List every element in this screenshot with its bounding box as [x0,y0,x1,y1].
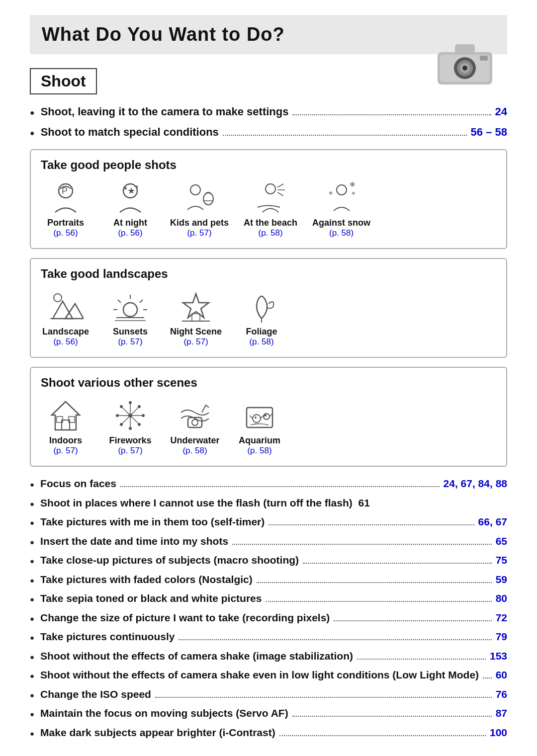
icon-landscape: Landscape (p. 56) [41,289,90,347]
bottom-text-6: Take pictures with faded colors (Nostalg… [40,572,253,588]
bottom-dots-13 [292,716,492,717]
bottom-text-12: Change the ISO speed [40,686,151,702]
bottom-page-5: 75 [496,552,507,568]
label-sunsets: Sunsets [113,327,148,337]
night-scene-svg [178,289,214,325]
page-kids-pets: (p. 57) [187,228,211,238]
bottom-bullet-10: Shoot without the effects of camera shak… [30,648,507,664]
icon-at-night: ★ ★ ★ At night (p. 56) [105,180,155,238]
bottom-dots-12 [155,697,492,698]
section-landscapes-title: Take good landscapes [41,267,496,281]
bottom-text-13: Maintain the focus on moving subjects (S… [40,705,288,721]
at-night-svg: ★ ★ ★ [112,180,148,216]
bottom-dots-3 [268,524,474,525]
dots-2 [223,135,467,136]
bottom-dots-1 [120,486,440,487]
fireworks-svg [112,398,148,433]
bottom-bullet-list: Focus on faces 24, 67, 84, 88 Shoot in p… [30,476,507,740]
camera-icon [433,38,497,90]
label-at-night: At night [113,218,147,228]
label-underwater: Underwater [170,435,219,446]
bottom-dots-7 [266,601,491,602]
bottom-page-9: 79 [496,629,507,645]
bottom-dots-9 [179,639,491,640]
page-underwater: (p. 58) [182,446,207,456]
svg-point-56 [138,423,141,426]
page-sunsets: (p. 57) [118,337,142,347]
icon-snow: ❄ ❄ ❄ Against snow (p. 58) [312,180,370,238]
svg-text:★: ★ [123,185,128,191]
bottom-page-8: 72 [496,610,507,626]
section-people: Take good people shots P Portraits (p. 5… [30,149,507,249]
section-scenes-title: Shoot various other scenes [41,376,496,390]
svg-point-53 [116,414,119,417]
svg-point-6 [462,66,467,71]
bottom-page-12: 76 [496,686,507,702]
icon-sunsets: Sunsets (p. 57) [105,289,155,347]
bottom-text-2: Shoot in places where I cannot use the f… [40,495,370,511]
label-fireworks: Fireworks [109,435,151,446]
label-kids-pets: Kids and pets [170,218,229,228]
bottom-page-10: 153 [490,648,507,664]
page-foliage: (p. 58) [249,337,273,347]
bottom-page-11: 60 [496,667,507,683]
bottom-dots-10 [357,659,486,660]
svg-point-65 [265,415,267,417]
svg-text:❄: ❄ [329,190,333,196]
svg-text:❄: ❄ [352,191,356,196]
svg-point-64 [255,417,257,419]
shoot-label: Shoot [30,68,97,94]
landscape-svg [48,289,84,325]
foliage-svg [244,289,279,325]
shoot-section: Shoot Shoot, leaving it to the camera to… [30,68,507,149]
label-indoors: Indoors [49,435,82,446]
page-ref-1: 24 [495,103,507,120]
bottom-page-3: 66, 67 [478,514,507,530]
bottom-dots-5 [303,563,492,564]
icon-fireworks: Fireworks (p. 57) [105,398,155,456]
bottom-bullet-5: Take close-up pictures of subjects (macr… [30,552,507,568]
section-landscapes: Take good landscapes Landscape (p. 56) [30,258,507,358]
svg-line-49 [130,407,139,416]
bottom-dots-14 [279,735,486,736]
bottom-dots-11 [483,677,492,678]
label-snow: Against snow [312,218,370,228]
bottom-bullet-2: Shoot in places where I cannot use the f… [30,495,507,511]
svg-text:★: ★ [135,184,139,189]
icon-night-scene: Night Scene (p. 57) [170,289,222,347]
svg-point-24 [54,294,62,302]
svg-point-51 [129,401,132,404]
page-portraits: (p. 56) [53,228,78,238]
label-night-scene: Night Scene [170,327,222,337]
aquarium-svg [242,398,277,433]
bottom-text-5: Take close-up pictures of subjects (macr… [40,552,299,568]
label-aquarium: Aquarium [239,435,280,446]
page-landscape: (p. 56) [53,337,78,347]
svg-point-54 [142,414,145,417]
bottom-dots-8 [334,620,491,621]
svg-rect-61 [247,408,272,427]
svg-point-62 [253,415,261,422]
bottom-page-13: 87 [496,705,507,721]
icon-aquarium: Aquarium (p. 58) [235,398,284,456]
bullet-text-1: Shoot, leaving it to the camera to make … [41,103,289,120]
svg-point-52 [129,427,132,430]
page-at-night: (p. 56) [118,228,142,238]
bottom-bullet-3: Take pictures with me in them too (self-… [30,514,507,530]
svg-marker-34 [183,294,209,318]
label-foliage: Foliage [246,327,277,337]
page-ref-2: 56 – 58 [471,124,507,140]
svg-line-47 [121,407,130,416]
svg-text:❄: ❄ [350,180,356,188]
bottom-page-4: 65 [496,533,507,549]
bottom-bullet-11: Shoot without the effects of camera shak… [30,667,507,683]
bottom-bullet-7: Take sepia toned or black and white pict… [30,590,507,606]
bottom-text-14: Make dark subjects appear brighter (i-Co… [40,725,275,741]
svg-marker-38 [52,402,80,430]
snow-svg: ❄ ❄ ❄ [324,180,359,216]
sunsets-svg [112,289,148,325]
indoors-svg [48,398,84,433]
bullet-item-1: Shoot, leaving it to the camera to make … [30,103,507,120]
bottom-page-6: 59 [496,572,507,588]
bullet-text-2: Shoot to match special conditions [41,124,219,140]
